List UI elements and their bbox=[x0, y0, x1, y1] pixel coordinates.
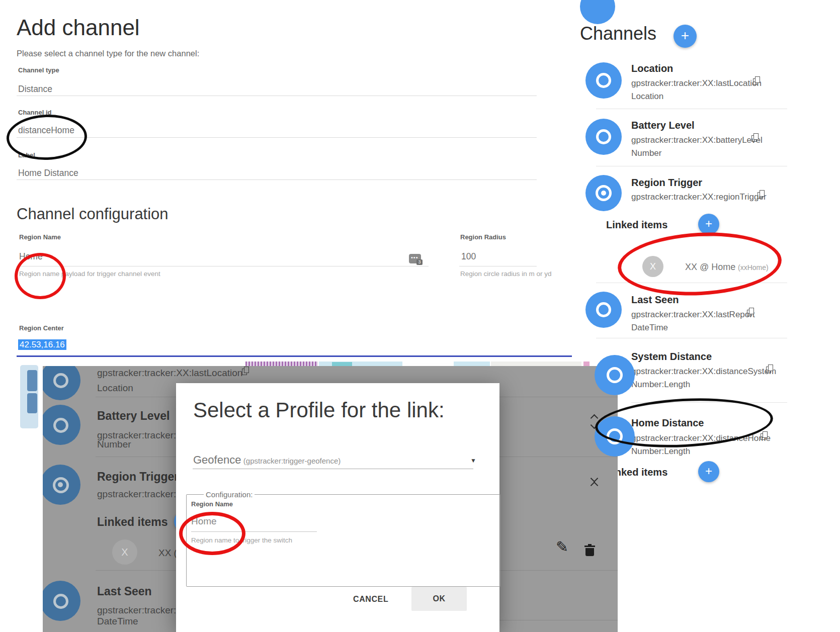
region-radius-label: Region Radius bbox=[460, 233, 506, 241]
backdrop-sliver-blue2 bbox=[454, 362, 490, 366]
annotation-ellipse-channel-id bbox=[6, 113, 88, 161]
copy-icon[interactable] bbox=[758, 190, 765, 199]
channel-type-label: Channel type bbox=[18, 66, 59, 74]
channel-uid: gpstracker:tracker:XX:lastLocation bbox=[631, 78, 762, 88]
channel-type-underline bbox=[17, 96, 537, 96]
scrolled-channel-icon bbox=[580, 0, 615, 24]
annotation-ellipse-dialog-home bbox=[179, 512, 245, 555]
collapse-channel-icon[interactable] bbox=[592, 476, 597, 488]
copy-icon[interactable] bbox=[753, 76, 761, 85]
region-radius-field[interactable]: 100 bbox=[461, 251, 476, 262]
radio-icon bbox=[53, 418, 68, 433]
add-linked-item-button[interactable]: + bbox=[698, 214, 719, 235]
form-fill-icon[interactable]: ••• 3 bbox=[409, 254, 421, 263]
dialog-title: Select a Profile for the link: bbox=[193, 398, 445, 422]
divider bbox=[596, 166, 787, 166]
channel-type: Location bbox=[631, 92, 663, 102]
region-radius-underline bbox=[459, 266, 537, 266]
channel-icon-last-seen bbox=[585, 292, 622, 328]
divider bbox=[596, 338, 787, 338]
screen: Add channel Please select a channel type… bbox=[0, 0, 840, 632]
radio-icon bbox=[53, 594, 68, 609]
backdrop-linked-item-label: XX ( bbox=[158, 548, 177, 559]
radio-icon bbox=[53, 373, 68, 388]
channel-id-underline bbox=[17, 137, 537, 138]
region-center-label: Region Center bbox=[19, 324, 64, 332]
copy-icon bbox=[242, 367, 249, 376]
backdrop-channel-icon bbox=[43, 405, 80, 445]
label-underline bbox=[17, 179, 537, 180]
profile-select-detail: (gpstracker:trigger-geofence) bbox=[243, 457, 341, 465]
backdrop-channel-icon bbox=[43, 366, 80, 400]
channel-title: Location bbox=[631, 63, 673, 74]
channel-uid: gpstracker:tracker:XX:batteryLevel bbox=[631, 135, 763, 145]
backdrop-channel-type: DateTime bbox=[97, 616, 138, 627]
channel-icon-region-trigger bbox=[585, 175, 622, 211]
channel-uid: gpstracker:tracker:XX:regionTrigger bbox=[631, 192, 767, 202]
map-widget-button bbox=[27, 370, 37, 391]
channel-title: System Distance bbox=[631, 351, 712, 363]
channel-type: Number:Length bbox=[631, 446, 690, 457]
cancel-button[interactable]: CANCEL bbox=[353, 595, 388, 604]
backdrop-channel-uid: gpstracker:tracker:XX:lastLocation bbox=[97, 368, 242, 379]
channel-icon-system-distance bbox=[595, 355, 635, 395]
region-name-label: Region Name bbox=[19, 233, 61, 241]
radio-dot bbox=[601, 191, 606, 196]
radio-icon bbox=[596, 129, 611, 144]
backdrop-channel-type: Number bbox=[97, 439, 131, 450]
channel-type: DateTime bbox=[631, 323, 668, 333]
channel-type: Number:Length bbox=[631, 380, 690, 390]
dropdown-caret-icon[interactable]: ▼ bbox=[470, 457, 476, 464]
channel-uid: gpstracker:tracker:XX:distanceSystem bbox=[631, 367, 776, 377]
edit-icon[interactable]: ✎ bbox=[556, 538, 568, 556]
configuration-legend: Configuration: bbox=[204, 490, 255, 499]
region-center-focus-underline bbox=[17, 355, 572, 357]
backdrop-linked-items-header: Linked items bbox=[97, 515, 168, 529]
channel-title: Last Seen bbox=[631, 294, 679, 306]
region-radius-hint: Region circle radius in m or yd bbox=[460, 270, 552, 278]
profile-select[interactable]: Geofence (gpstracker:trigger-geofence) bbox=[193, 454, 341, 467]
backdrop-sliver-blue1 bbox=[319, 362, 402, 366]
divider bbox=[499, 620, 618, 620]
channel-type-field[interactable]: Distance bbox=[18, 84, 52, 95]
backdrop-sliver-purple bbox=[245, 362, 318, 366]
map-widget-button bbox=[27, 393, 37, 413]
add-linked-item-button[interactable]: + bbox=[698, 461, 719, 482]
copy-icon[interactable] bbox=[766, 365, 774, 374]
divider bbox=[596, 109, 787, 109]
delete-icon[interactable] bbox=[585, 548, 594, 556]
backdrop-channel-title: Last Seen bbox=[97, 585, 152, 598]
backdrop-sliver-pink bbox=[583, 362, 590, 366]
ok-button[interactable]: OK bbox=[411, 587, 467, 611]
region-center-field[interactable]: 42.53,16.16 bbox=[18, 340, 66, 350]
copy-icon[interactable] bbox=[751, 133, 759, 142]
backdrop-channel-uid: gpstracker:tracker:X bbox=[97, 489, 183, 500]
region-center-selected-text: 42.53,16.16 bbox=[18, 339, 66, 350]
page-title: Add channel bbox=[17, 15, 140, 40]
channel-icon-location bbox=[585, 62, 622, 99]
label-field[interactable]: Home Distance bbox=[18, 168, 78, 178]
backdrop-sliver-gray bbox=[491, 362, 581, 366]
channel-icon-battery bbox=[585, 119, 622, 155]
radio-dot bbox=[58, 482, 63, 487]
backdrop-channel-title: Battery Level bbox=[97, 409, 170, 423]
annotation-ellipse-linked-item bbox=[616, 229, 783, 300]
channel-title: Battery Level bbox=[631, 120, 695, 131]
profile-select-underline bbox=[193, 469, 473, 469]
copy-icon[interactable] bbox=[761, 431, 768, 440]
chevron-up-icon bbox=[591, 482, 599, 490]
region-name-underline bbox=[17, 266, 429, 266]
channel-configuration-title: Channel configuration bbox=[17, 205, 169, 223]
backdrop-channel-icon bbox=[43, 465, 80, 505]
copy-icon[interactable] bbox=[747, 308, 754, 317]
add-channel-button[interactable]: + bbox=[674, 25, 697, 48]
backdrop-channel-icon bbox=[43, 581, 80, 621]
add-channel-subtitle: Please select a channel type for the new… bbox=[17, 49, 199, 58]
profile-select-value: Geofence bbox=[193, 454, 241, 466]
channel-title: Region Trigger bbox=[631, 177, 702, 189]
channels-title: Channels bbox=[580, 23, 656, 44]
profile-dialog: Select a Profile for the link: Geofence … bbox=[176, 383, 499, 632]
form-fill-badge: 3 bbox=[416, 259, 423, 265]
dialog-region-name-label: Region Name bbox=[191, 500, 233, 508]
annotation-ellipse-region-name bbox=[15, 253, 66, 299]
